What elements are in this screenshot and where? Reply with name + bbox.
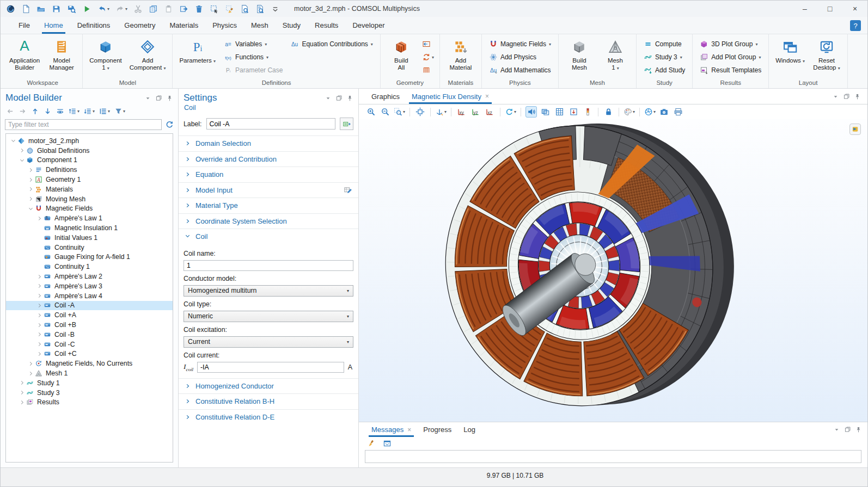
tree-item-amp-re-s-law-1[interactable]: DAmpère's Law 1 xyxy=(6,213,173,223)
chevron-down-icon[interactable] xyxy=(18,156,26,164)
ribbon-button-3d-plot-group[interactable]: 3D Plot Group▾ xyxy=(696,38,765,51)
tree-item-motor-3d-2-mph[interactable]: motor_3d_2.mph xyxy=(6,136,173,146)
plot-context-icon[interactable] xyxy=(849,124,861,135)
ribbon-button-add-mathematics[interactable]: ΔuAdd Mathematics xyxy=(486,64,554,77)
zoom-extents-icon[interactable] xyxy=(414,106,426,118)
section-homogenized-conductor[interactable]: Homogenized Conductor xyxy=(179,378,358,394)
tree-item-coil-a[interactable]: Coil -A xyxy=(6,301,173,311)
duplicate-icon[interactable] xyxy=(179,4,188,14)
tree-item-continuity[interactable]: Continuity xyxy=(6,243,173,252)
tree-item-magnetic-fields-no-currents[interactable]: Magnetic Fields, No Currents xyxy=(6,359,173,368)
messages-tab-log[interactable]: Log xyxy=(457,422,481,437)
tree-item-magnetic-insulation-1[interactable]: Magnetic Insulation 1 xyxy=(6,223,173,233)
tree-item-component-1[interactable]: Component 1 xyxy=(6,156,173,165)
rename-button[interactable] xyxy=(340,118,353,130)
panel-menu-icon[interactable] xyxy=(325,95,332,102)
collapse-all-icon[interactable]: ▾ xyxy=(83,107,96,116)
coil-excitation-select[interactable]: Current ▾ xyxy=(184,336,353,348)
zoom-in-icon[interactable] xyxy=(365,106,377,118)
section-material-type[interactable]: Material Type xyxy=(179,198,358,213)
grid-icon[interactable] xyxy=(554,106,565,118)
aperture-icon[interactable]: ▾ xyxy=(644,106,656,118)
tree-item-continuity-1[interactable]: Continuity 1 xyxy=(6,262,173,272)
move-down-icon[interactable] xyxy=(42,107,53,116)
chevron-right-icon[interactable] xyxy=(35,331,43,338)
ribbon-button-parameters[interactable]: PiParameters ▾ xyxy=(176,36,218,65)
find-replace-icon[interactable] xyxy=(255,4,265,14)
transparency-icon[interactable] xyxy=(540,106,551,118)
messages-tab-messages[interactable]: Messages× xyxy=(365,422,417,437)
panel-pin-icon[interactable] xyxy=(166,95,173,102)
ribbon-button-build-all[interactable]: BuildAll xyxy=(384,36,418,71)
tree-item-amp-re-s-law-4[interactable]: Ampère's Law 4 xyxy=(6,291,173,301)
coil-type-select[interactable]: Numeric ▾ xyxy=(184,311,353,322)
chevron-right-icon[interactable] xyxy=(35,273,43,280)
edit-model-input-icon[interactable] xyxy=(344,186,352,194)
ribbon-button-add-plot-group[interactable]: Add Plot Group▾ xyxy=(696,51,765,64)
chevron-right-icon[interactable] xyxy=(35,311,43,319)
chevron-right-icon[interactable] xyxy=(35,214,43,222)
graphics-tab-graphics[interactable]: Graphics xyxy=(365,89,406,104)
menu-tab-developer[interactable]: Developer xyxy=(345,17,392,34)
ribbon-button-result-templates[interactable]: Result Templates xyxy=(696,64,765,77)
chevron-right-icon[interactable] xyxy=(27,176,34,183)
help-icon[interactable]: ? xyxy=(850,20,861,31)
menu-tab-geometry[interactable]: Geometry xyxy=(117,17,162,34)
ribbon-button-add-study[interactable]: Add Study xyxy=(640,64,688,77)
tree-item-amp-re-s-law-2[interactable]: Ampère's Law 2 xyxy=(6,272,173,281)
messages-tab-progress[interactable]: Progress xyxy=(417,422,457,437)
expand-all-icon[interactable]: ▾ xyxy=(68,107,81,116)
tree-item-study-3[interactable]: Study 3 xyxy=(6,388,173,398)
delete-icon[interactable] xyxy=(194,4,204,14)
panel-float-icon[interactable] xyxy=(335,95,343,102)
geometry-rebuild-icon[interactable]: ▾ xyxy=(420,51,436,64)
menu-tab-study[interactable]: Study xyxy=(276,17,308,34)
tree-item-definitions[interactable]: Definitions xyxy=(6,165,173,175)
clear-selection-icon[interactable] xyxy=(225,4,234,14)
section-coordinate-system-selection[interactable]: Coordinate System Selection xyxy=(179,213,358,229)
ribbon-button-model-manager[interactable]: ModelManager xyxy=(45,36,78,71)
minimize-icon[interactable]: – xyxy=(792,1,817,17)
tree-item-gauge-fixing-for-a-field-1[interactable]: Gauge Fixing for A-field 1 xyxy=(6,252,173,262)
chevron-right-icon[interactable] xyxy=(35,301,43,309)
print-icon[interactable] xyxy=(673,106,684,118)
panel-pin-icon[interactable] xyxy=(854,93,861,100)
tree-item-coil-c[interactable]: Coil -C xyxy=(6,340,173,349)
message-window-icon[interactable] xyxy=(382,439,393,448)
section-coil[interactable]: Coil xyxy=(179,229,358,244)
chevron-right-icon[interactable] xyxy=(18,389,26,397)
tree-item-coil-b[interactable]: Coil -B xyxy=(6,330,173,340)
tree-item-global-definitions[interactable]: Global Definitions xyxy=(6,146,173,156)
ribbon-button-equation-contributions[interactable]: ΔuEquation Contributions▾ xyxy=(287,38,376,51)
menu-tab-definitions[interactable]: Definitions xyxy=(70,17,118,34)
menu-tab-mesh[interactable]: Mesh xyxy=(244,17,276,34)
go-to-view-icon[interactable]: ▾ xyxy=(435,106,447,118)
ribbon-button-component-1[interactable]: Component1 ▾ xyxy=(87,36,124,72)
chevron-right-icon[interactable] xyxy=(27,195,34,203)
menu-tab-physics[interactable]: Physics xyxy=(205,17,244,34)
save-icon[interactable] xyxy=(52,4,61,14)
ribbon-button-magnetic-fields[interactable]: Magnetic Fields▾ xyxy=(486,38,554,51)
menu-tab-materials[interactable]: Materials xyxy=(162,17,205,34)
close-icon[interactable]: × xyxy=(485,93,489,100)
ribbon-button-mesh-1[interactable]: Mesh1 ▾ xyxy=(598,36,632,72)
chevron-right-icon[interactable] xyxy=(35,341,43,348)
save-find-icon[interactable] xyxy=(67,4,76,14)
chevron-right-icon[interactable] xyxy=(18,398,26,406)
new-file-icon[interactable] xyxy=(21,4,30,14)
open-icon[interactable] xyxy=(36,4,46,14)
undo-icon[interactable]: ▾ xyxy=(97,4,109,14)
panel-float-icon[interactable] xyxy=(155,95,162,102)
chevron-right-icon[interactable] xyxy=(35,292,43,300)
zoom-out-icon[interactable] xyxy=(380,106,391,118)
geometry-insert-icon[interactable] xyxy=(420,38,436,51)
scene-light-icon[interactable] xyxy=(525,106,537,118)
graphics-tab-magnetic-flux-density[interactable]: Magnetic Flux Density× xyxy=(406,89,495,104)
geometry-partition-icon[interactable] xyxy=(420,64,436,77)
menu-tab-file[interactable]: File xyxy=(11,17,37,34)
tree-item-geometry-1[interactable]: AGeometry 1 xyxy=(6,175,173,184)
filter-icon[interactable]: ▾ xyxy=(113,107,126,116)
panel-menu-icon[interactable] xyxy=(833,426,840,433)
panel-pin-icon[interactable] xyxy=(346,95,353,102)
tree-item-magnetic-fields[interactable]: Magnetic Fields xyxy=(6,204,173,214)
